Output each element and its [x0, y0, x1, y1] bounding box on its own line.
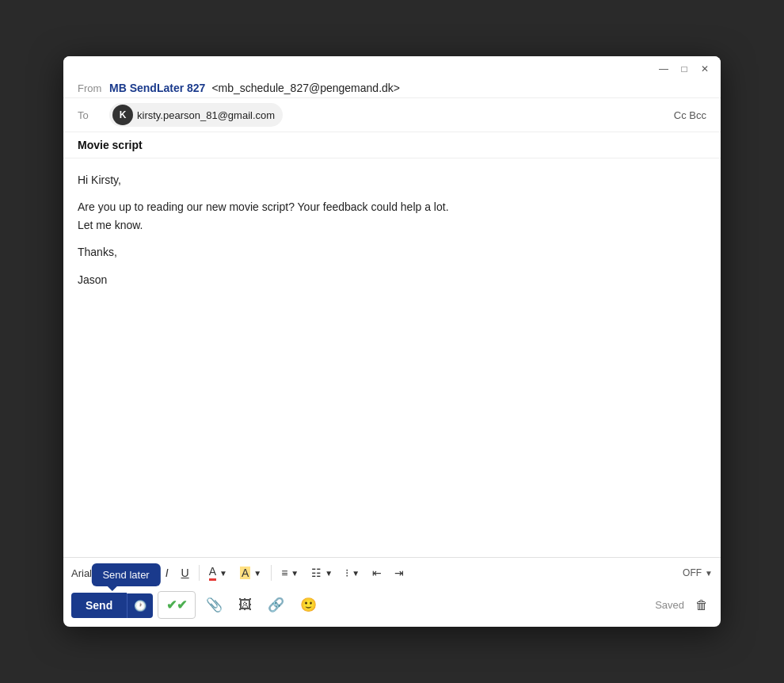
chevron-down-icon: ▼	[705, 569, 713, 578]
emoji-button[interactable]: 🙂	[295, 592, 322, 618]
underline-button[interactable]: U	[177, 564, 194, 582]
link-icon: 🔗	[268, 597, 284, 613]
to-row: To K kirsty.pearson_81@gmail.com Cc Bcc	[63, 97, 721, 132]
checkmark-icon: ✔✔	[166, 597, 187, 612]
italic-button[interactable]: I	[161, 564, 173, 582]
chevron-down-icon: ▼	[352, 569, 360, 578]
clock-icon: 🕐	[134, 600, 147, 612]
chevron-down-icon: ▼	[291, 569, 299, 578]
send-button[interactable]: Send	[71, 593, 127, 618]
image-icon: 🖼	[238, 597, 252, 613]
sender-email: <mb_schedule_827@pengemand.dk>	[211, 82, 400, 94]
action-row: Send later Send 🕐 ✔✔ 📎 🖼 🔗 🙂 Saved	[63, 586, 721, 627]
send-clock-button[interactable]: 🕐	[127, 593, 153, 618]
link-button[interactable]: 🔗	[262, 592, 290, 618]
off-toggle[interactable]: OFF ▼	[683, 567, 713, 578]
sender-name: MB SendLater 827	[109, 82, 205, 94]
compose-window: — □ ✕ From MB SendLater 827 <mb_schedule…	[63, 56, 721, 627]
paperclip-icon: 📎	[206, 597, 223, 613]
avatar: K	[112, 105, 133, 125]
saved-status: Saved 🗑	[655, 595, 713, 616]
indent-decrease-button[interactable]: ⇤	[367, 564, 386, 582]
bold-button[interactable]: B	[140, 564, 158, 582]
body-closing: Thanks,	[78, 243, 706, 261]
to-label: To	[78, 109, 103, 121]
subject-row: Movie script	[63, 132, 721, 158]
recipient-email: kirsty.pearson_81@gmail.com	[137, 109, 275, 121]
subject-text: Movie script	[78, 139, 143, 151]
highlight-color-button[interactable]: A ▼	[235, 564, 266, 582]
chevron-down-icon: ▼	[325, 569, 333, 578]
emoji-icon: 🙂	[300, 597, 317, 613]
cc-bcc-button[interactable]: Cc Bcc	[674, 109, 706, 121]
body-line1: Are you up to reading our new movie scri…	[78, 198, 706, 234]
recipient-chip[interactable]: K kirsty.pearson_81@gmail.com	[109, 103, 283, 127]
delete-button[interactable]: 🗑	[691, 595, 713, 616]
formatting-toolbar: Arial 10 ▼ B I U A ▼ A ▼ ≡ ▼ ☷ ▼ ⁝ ▼	[63, 557, 721, 586]
unordered-list-button[interactable]: ⁝ ▼	[341, 564, 364, 582]
chevron-down-icon: ▼	[117, 569, 125, 578]
attach-button[interactable]: 📎	[200, 592, 228, 618]
font-color-button[interactable]: A ▼	[204, 563, 232, 583]
from-row: From MB SendLater 827 <mb_schedule_827@p…	[63, 78, 721, 97]
toolbar-separator	[135, 565, 135, 581]
body-greeting: Hi Kirsty,	[78, 171, 706, 189]
check-button[interactable]: ✔✔	[158, 591, 196, 619]
maximize-button[interactable]: □	[678, 63, 691, 75]
minimize-button[interactable]: —	[657, 63, 670, 75]
chevron-down-icon: ▼	[253, 569, 261, 578]
image-button[interactable]: 🖼	[233, 593, 257, 618]
close-button[interactable]: ✕	[698, 63, 711, 75]
ordered-list-button[interactable]: ☷ ▼	[306, 564, 337, 582]
body-signature: Jason	[78, 271, 706, 288]
align-button[interactable]: ≡ ▼	[276, 564, 303, 582]
email-body[interactable]: Hi Kirsty, Are you up to reading our new…	[63, 158, 721, 557]
chevron-down-icon: ▼	[219, 569, 227, 578]
toolbar-separator-2	[199, 565, 200, 581]
toolbar-separator-3	[271, 565, 272, 581]
indent-increase-button[interactable]: ⇥	[390, 564, 409, 582]
from-label: From	[78, 82, 103, 94]
send-button-group: Send later Send 🕐	[71, 593, 153, 618]
font-selector[interactable]: Arial	[71, 567, 92, 579]
font-size-selector[interactable]: 10 ▼	[97, 564, 129, 582]
title-bar: — □ ✕	[63, 56, 721, 78]
trash-icon: 🗑	[695, 598, 708, 612]
